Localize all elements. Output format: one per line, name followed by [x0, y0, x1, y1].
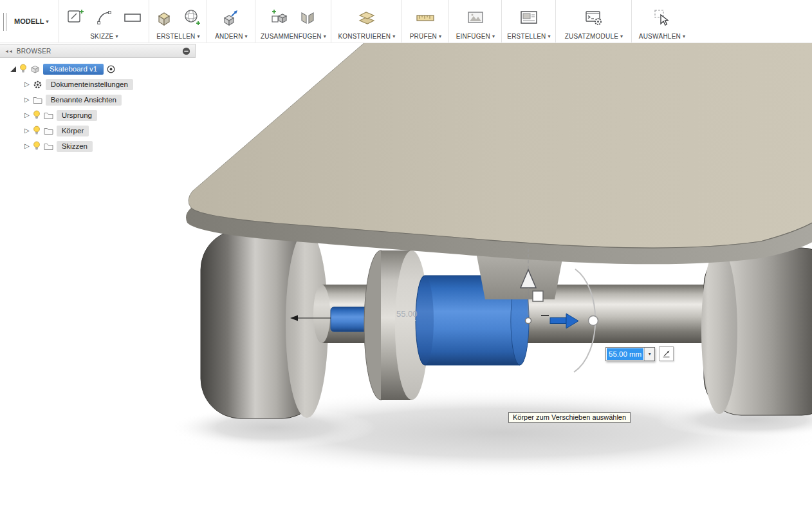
create-drawing-button[interactable]: [518, 6, 540, 29]
visibility-bulb-icon[interactable]: [33, 126, 41, 136]
right-wheel[interactable]: [701, 247, 812, 415]
create-form-button[interactable]: [181, 6, 203, 29]
plane-handle[interactable]: [533, 291, 543, 301]
gear-icon: [33, 80, 42, 89]
joint-icon: [298, 8, 317, 27]
browser-panel: ◄◄ BROWSER Skateboard v1: [0, 44, 196, 154]
tree-row-ursprung[interactable]: ▷ Ursprung: [0, 108, 196, 123]
expand-closed-icon[interactable]: ▷: [24, 143, 30, 149]
chevron-down-icon: ▾: [649, 351, 651, 357]
root-document-label[interactable]: Skateboard v1: [43, 64, 104, 75]
create-sketch-icon: [66, 8, 86, 27]
main-toolbar: MODELL ▾: [0, 0, 812, 43]
expand-closed-icon[interactable]: ▷: [24, 112, 30, 118]
auswaehlen-menu-label: AUSWÄHLEN: [639, 33, 681, 40]
chevron-down-icon: ▾: [245, 33, 248, 39]
arc-icon: [95, 8, 113, 26]
extrude-button[interactable]: [153, 6, 175, 29]
construction-plane-button[interactable]: [356, 6, 378, 29]
tree-item-label[interactable]: Skizzen: [57, 141, 93, 152]
tree-row-root[interactable]: Skateboard v1: [0, 61, 196, 77]
distance-value-selected[interactable]: 55.00 mm: [607, 348, 643, 360]
erstellen-menu[interactable]: ERSTELLEN▾: [151, 32, 205, 41]
skizze-menu[interactable]: SKIZZE▾: [61, 32, 147, 41]
zusatzmodule-menu-label: ZUSATZMODULE: [565, 33, 618, 40]
toolbar-group-auswaehlen: AUSWÄHLEN▾: [632, 0, 692, 42]
tree-item-label[interactable]: Körper: [57, 126, 89, 136]
toolbar-group-skizze: SKIZZE▾: [59, 0, 149, 42]
pruefen-menu[interactable]: PRÜFEN▾: [404, 32, 447, 41]
joint-button[interactable]: [297, 6, 318, 29]
select-cursor-icon: [652, 8, 672, 27]
origin-point[interactable]: [526, 318, 531, 324]
chevron-down-icon: ▾: [492, 33, 495, 39]
arc-tool-button[interactable]: [93, 6, 115, 29]
tree-item-label[interactable]: Dokumenteinstellungen: [46, 79, 133, 90]
active-document-icon[interactable]: [107, 65, 115, 73]
zusammenfuegen-menu-label: ZUSAMMENFÜGEN: [261, 33, 322, 40]
zusammenfuegen-menu[interactable]: ZUSAMMENFÜGEN▾: [257, 32, 329, 41]
visibility-bulb-icon[interactable]: [33, 141, 41, 151]
auswaehlen-menu[interactable]: AUSWÄHLEN▾: [634, 32, 690, 41]
pruefen-menu-label: PRÜFEN: [410, 33, 437, 40]
aendern-menu-label: ÄNDERN: [215, 33, 243, 40]
toolbar-group-erstellen: ERSTELLEN▾: [149, 0, 207, 42]
insert-canvas-button[interactable]: [465, 6, 486, 29]
canvas-image-icon: [466, 8, 485, 27]
minimize-panel-icon[interactable]: [182, 47, 190, 55]
konstruieren-menu-label: KONSTRUIEREN: [338, 33, 391, 40]
expand-open-icon[interactable]: [10, 66, 16, 72]
rectangle-tool-button[interactable]: [122, 6, 143, 29]
dimension-value: 55.00: [396, 309, 418, 319]
tree-row-koerper[interactable]: ▷ Körper: [0, 123, 196, 138]
zusatzmodule-menu[interactable]: ZUSATZMODULE▾: [558, 32, 629, 41]
left-wheel[interactable]: [201, 230, 328, 418]
visibility-bulb-icon[interactable]: [33, 110, 41, 120]
chevron-down-icon: ▾: [392, 33, 395, 39]
create-sketch-button[interactable]: [65, 6, 87, 29]
panel-collapse-icon[interactable]: ◄◄: [5, 49, 12, 53]
toolbar-group-einfuegen: EINFÜGEN▾: [449, 0, 502, 42]
form-sphere-icon: [183, 8, 202, 27]
tree-item-label[interactable]: Ursprung: [57, 110, 97, 121]
rectangle-icon: [123, 8, 142, 27]
measure-button[interactable]: [414, 6, 436, 29]
tree-row-benannte-ansichten[interactable]: ▷ Benannte Ansichten: [0, 92, 196, 108]
expand-closed-icon[interactable]: ▷: [24, 127, 30, 134]
konstruieren-menu[interactable]: KONSTRUIEREN▾: [333, 32, 400, 41]
folder-icon: [44, 111, 53, 119]
distance-input[interactable]: 55.00 mm ▾: [605, 347, 655, 361]
aendern-menu[interactable]: ÄNDERN▾: [209, 32, 253, 41]
pruefen-icons: [404, 3, 447, 32]
erstellen-zeichnung-menu[interactable]: ERSTELLEN▾: [504, 32, 553, 41]
select-button[interactable]: [651, 6, 673, 29]
skizze-icons: [61, 3, 147, 32]
folder-icon: [33, 96, 42, 104]
workspace-selector[interactable]: MODELL ▾: [0, 0, 59, 42]
press-pull-icon: [221, 8, 241, 27]
tree-item-label[interactable]: Benannte Ansichten: [46, 95, 122, 106]
press-pull-button[interactable]: [220, 6, 242, 29]
visibility-bulb-icon[interactable]: [19, 64, 27, 74]
chevron-down-icon: ▾: [548, 33, 550, 39]
manipulator-options-button[interactable]: [659, 346, 674, 361]
scripts-addins-button[interactable]: [583, 6, 605, 29]
toolbar-group-konstruieren: KONSTRUIEREN▾: [331, 0, 402, 42]
toolbar-grip-handle[interactable]: [3, 13, 6, 31]
einfuegen-menu[interactable]: EINFÜGEN▾: [451, 32, 499, 41]
rotate-handle[interactable]: [589, 316, 598, 326]
measure-ruler-icon: [416, 8, 435, 27]
toolbar-group-zusammenfuegen: ZUSAMMENFÜGEN▾: [255, 0, 331, 42]
component-icon: [30, 65, 40, 73]
tree-row-dokumenteinstellungen[interactable]: ▷ Dokumenteinstellungen: [0, 77, 196, 92]
auswaehlen-icons: [634, 3, 690, 32]
new-component-button[interactable]: [268, 6, 290, 29]
aendern-icons: [209, 3, 253, 32]
expand-closed-icon[interactable]: ▷: [24, 81, 30, 88]
tree-row-skizzen[interactable]: ▷ Skizzen: [0, 138, 196, 154]
toolbar-group-zusatzmodule: ZUSATZMODULE▾: [556, 0, 632, 42]
skizze-menu-label: SKIZZE: [90, 33, 113, 40]
expand-closed-icon[interactable]: ▷: [24, 97, 30, 103]
axis-arrow-icon: [661, 349, 671, 359]
input-dropdown-button[interactable]: ▾: [644, 348, 654, 361]
